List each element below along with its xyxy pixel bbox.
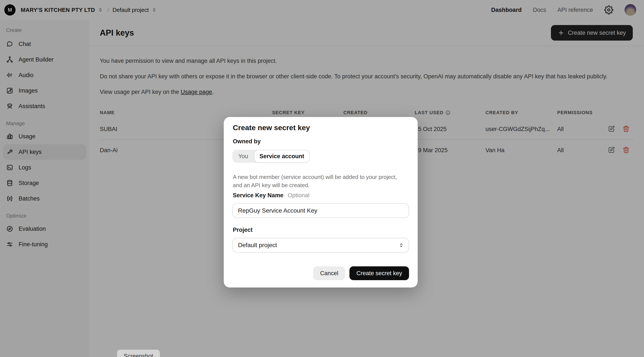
service-key-name-label: Service Key NameOptional xyxy=(233,192,310,199)
modal-title: Create new secret key xyxy=(233,123,310,132)
app-root: M MARY'S KITCHEN PTY LTD / Default proje… xyxy=(0,0,644,357)
service-key-name-label-text: Service Key Name xyxy=(233,192,283,199)
owner-segmented-control: You Service account xyxy=(232,150,310,163)
owner-option-you[interactable]: You xyxy=(232,150,254,163)
create-secret-key-button[interactable]: Create secret key xyxy=(350,266,409,280)
project-select-value: Default project xyxy=(238,242,277,249)
optional-label: Optional xyxy=(288,192,310,199)
create-secret-key-modal: Create new secret key Owned by You Servi… xyxy=(224,117,418,288)
project-label: Project xyxy=(233,227,253,233)
chevron-updown-icon xyxy=(398,242,404,248)
owned-by-label: Owned by xyxy=(233,138,261,145)
owner-option-service-account[interactable]: Service account xyxy=(254,150,310,163)
project-select[interactable]: Default project xyxy=(232,238,409,253)
service-account-note: A new bot member (service account) will … xyxy=(233,173,407,189)
modal-actions: Cancel Create secret key xyxy=(313,266,409,280)
cancel-button[interactable]: Cancel xyxy=(313,266,345,280)
screenshot-tooltip: Screenshot xyxy=(117,350,160,357)
service-key-name-input[interactable] xyxy=(232,203,409,218)
